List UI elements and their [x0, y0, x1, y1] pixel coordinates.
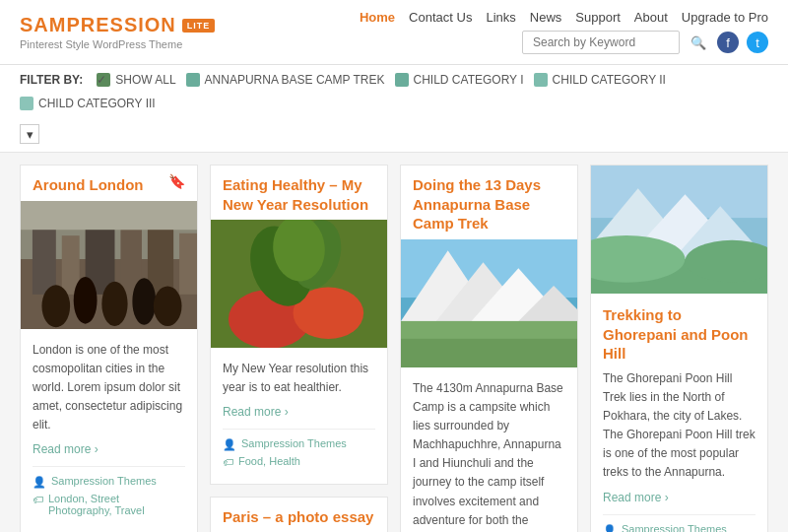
filter-label-child1: CHILD CATEGORY I — [414, 73, 524, 87]
svg-point-11 — [101, 281, 127, 325]
card-text-poon: The Ghorepani Poon Hill Trek lies in the… — [603, 369, 755, 483]
nav-contact[interactable]: Contact Us — [409, 10, 472, 25]
card-text-london: London is one of the most cosmopolitan c… — [33, 341, 185, 435]
nav-about[interactable]: About — [634, 10, 668, 25]
column-3: Trekking to Ghorepani and Poon Hill The … — [590, 165, 768, 532]
author-eating-text: Sampression Themes — [241, 437, 347, 449]
nav-menu: Home Contact Us Links News Support About… — [360, 10, 768, 25]
read-more-eating[interactable]: Read more › — [223, 405, 375, 419]
filter-show-all[interactable]: ✓ SHOW ALL — [97, 73, 175, 87]
facebook-icon[interactable]: f — [717, 32, 739, 53]
svg-rect-2 — [33, 224, 56, 295]
filter-label-annapurna: ANNAPURNA BASE CAMP TREK — [205, 73, 385, 87]
card-body-poon: Trekking to Ghorepani and Poon Hill The … — [591, 294, 767, 532]
filter-checkbox-annapurna — [186, 73, 200, 87]
card-meta-london: 👤 Sampression Themes 🏷 London, Street Ph… — [33, 466, 185, 516]
svg-rect-35 — [401, 338, 577, 366]
card-text-eating: My New Year resolution this year is to e… — [223, 360, 375, 397]
filter-child-3[interactable]: CHILD CATEGORY III — [20, 97, 156, 110]
card-poon-hill: Trekking to Ghorepani and Poon Hill The … — [590, 165, 768, 532]
card-around-london: 🔖 Around London — [20, 165, 198, 532]
logo-subtitle: Pinterest Style WordPress Theme — [20, 38, 215, 50]
card-title-eating: Eating Healthy – My New Year Resolution — [223, 175, 375, 214]
card-tags-london: 🏷 London, Street Photography, Travel — [33, 493, 185, 516]
column-2: Doing the 13 Days Annapurna Base Camp Tr… — [400, 165, 578, 532]
tags-eating-text: Food, Health — [238, 455, 300, 467]
bookmark-icon[interactable]: 🔖 — [168, 173, 185, 189]
card-image-poon — [591, 166, 767, 294]
filter-label-all: SHOW ALL — [115, 73, 175, 87]
logo: SAMPRESSION LITE — [20, 14, 215, 36]
tag-icon: 🏷 — [33, 494, 43, 505]
filter-dropdown-button[interactable]: ▾ — [20, 124, 39, 144]
svg-point-9 — [41, 285, 70, 327]
search-input[interactable] — [522, 31, 680, 54]
card-grid: 🔖 Around London — [20, 165, 768, 532]
twitter-icon[interactable]: t — [747, 32, 768, 53]
svg-rect-7 — [179, 233, 197, 294]
filter-checkbox-all: ✓ — [97, 73, 110, 87]
read-more-london[interactable]: Read more › — [33, 442, 185, 456]
card-author-poon: 👤 Sampression Themes — [603, 523, 755, 532]
tag-icon-eating: 🏷 — [223, 456, 233, 468]
card-body-london: London is one of the most cosmopolitan c… — [21, 329, 197, 533]
filter-checkbox-child1 — [395, 73, 409, 87]
svg-point-10 — [74, 276, 98, 323]
nav-support[interactable]: Support — [575, 10, 621, 25]
user-icon-poon: 👤 — [603, 524, 617, 532]
tags-london-text: London, Street Photography, Travel — [48, 493, 185, 516]
filter-checkbox-child3 — [20, 97, 33, 110]
nav-search: 🔍 f t — [522, 31, 768, 54]
card-body-eating: My New Year resolution this year is to e… — [211, 348, 387, 484]
logo-name: SAMPRESSION — [20, 14, 176, 36]
svg-point-12 — [132, 278, 156, 325]
nav-upgrade[interactable]: Upgrade to Pro — [682, 10, 768, 25]
logo-wrap: SAMPRESSION LITE Pinterest Style WordPre… — [20, 14, 215, 50]
card-annapurna: Doing the 13 Days Annapurna Base Camp Tr… — [400, 165, 578, 532]
filter-checkbox-child2 — [534, 73, 548, 87]
card-tags-eating: 🏷 Food, Health — [223, 455, 375, 468]
filter-child-1[interactable]: CHILD CATEGORY I — [395, 73, 524, 87]
user-icon: 👤 — [33, 476, 46, 489]
card-title-annapurna: Doing the 13 Days Annapurna Base Camp Tr… — [413, 175, 565, 233]
logo-lite-badge: LITE — [182, 19, 216, 33]
nav-links[interactable]: Links — [486, 10, 515, 25]
nav-home[interactable]: Home — [360, 10, 395, 25]
card-meta-eating: 👤 Sampression Themes 🏷 Food, Health — [223, 429, 375, 468]
card-author-eating: 👤 Sampression Themes — [223, 437, 375, 451]
svg-rect-8 — [21, 201, 197, 230]
read-more-poon[interactable]: Read more › — [603, 491, 755, 504]
author-london-text: Sampression Themes — [51, 475, 157, 487]
card-title-paris: Paris – a photo essay — [223, 507, 375, 527]
card-eating-healthy: Eating Healthy – My New Year Resolution — [210, 165, 388, 485]
header: SAMPRESSION LITE Pinterest Style WordPre… — [0, 0, 788, 65]
nav-right: Home Contact Us Links News Support About… — [360, 10, 768, 54]
card-author-london: 👤 Sampression Themes — [33, 475, 185, 489]
column-1: Eating Healthy – My New Year Resolution — [210, 165, 388, 532]
card-image-london — [21, 201, 197, 329]
filter-label: FILTER BY: — [20, 73, 83, 87]
card-image-eating — [211, 220, 387, 348]
filter-annapurna[interactable]: ANNAPURNA BASE CAMP TREK — [186, 73, 385, 87]
svg-point-13 — [154, 286, 182, 326]
author-poon-text: Sampression Themes — [622, 523, 727, 532]
main-content: 🔖 Around London — [0, 153, 788, 532]
search-icon[interactable]: 🔍 — [688, 32, 709, 53]
filter-child-2[interactable]: CHILD CATEGORY II — [534, 73, 666, 87]
filter-label-child2: CHILD CATEGORY II — [553, 73, 666, 87]
card-text-annapurna: The 4130m Annapurna Base Camp is a camps… — [413, 379, 565, 533]
card-body-annapurna: The 4130m Annapurna Base Camp is a camps… — [401, 367, 577, 533]
card-title-poon: Trekking to Ghorepani and Poon Hill — [603, 305, 755, 364]
card-title-london: Around London — [33, 175, 185, 195]
user-icon-eating: 👤 — [223, 438, 236, 451]
card-image-annapurna — [401, 239, 577, 367]
card-paris: Paris – a photo essay — [210, 497, 388, 532]
column-0: 🔖 Around London — [20, 165, 198, 532]
card-meta-poon: 👤 Sampression Themes 🏷 Landscapes, Trave… — [603, 514, 755, 532]
filter-bar: FILTER BY: ✓ SHOW ALL ANNAPURNA BASE CAM… — [0, 65, 788, 153]
nav-news[interactable]: News — [530, 10, 562, 25]
filter-label-child3: CHILD CATEGORY III — [38, 97, 156, 110]
